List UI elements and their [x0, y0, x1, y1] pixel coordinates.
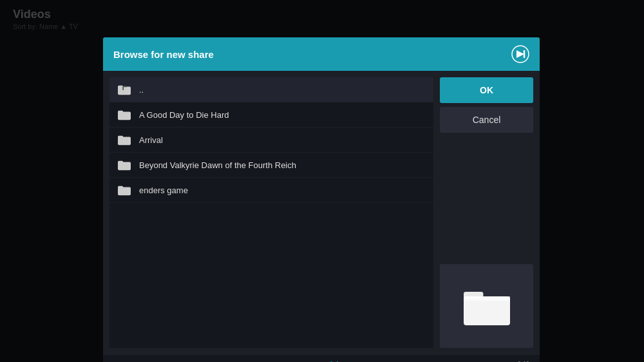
list-item-3[interactable]: Beyond Valkyrie Dawn of the Fourth Reich: [109, 153, 433, 178]
folder-icon-1: [117, 109, 131, 120]
folder-icon-2: [117, 134, 131, 146]
svg-rect-10: [118, 136, 123, 139]
dialog-body: .. A Good Day to Die Hard: [103, 71, 540, 354]
dialog-title: Browse for new share: [113, 49, 214, 60]
list-item-4-label: enders game: [139, 186, 188, 195]
list-item-1[interactable]: A Good Day to Die Hard: [109, 102, 433, 128]
up-folder-icon: [117, 84, 131, 95]
list-item-4[interactable]: enders game: [109, 178, 433, 203]
list-item-1-label: A Good Day to Die Hard: [139, 110, 229, 120]
ok-button[interactable]: OK: [440, 77, 533, 103]
svg-rect-17: [464, 296, 510, 300]
svg-marker-1: [516, 50, 524, 58]
svg-rect-8: [118, 111, 123, 114]
list-item-3-label: Beyond Valkyrie Dawn of the Fourth Reich: [139, 160, 296, 170]
list-item-2[interactable]: Arrival: [109, 128, 433, 153]
svg-rect-16: [464, 296, 510, 325]
folder-icon-4: [117, 184, 131, 196]
folder-icon-3: [117, 159, 131, 171]
right-panel: OK Cancel: [440, 77, 533, 348]
svg-rect-4: [118, 86, 123, 89]
list-item-up-label: ..: [139, 85, 144, 95]
svg-rect-14: [118, 186, 123, 189]
kodi-logo: [511, 45, 529, 63]
list-item-2-label: Arrival: [139, 135, 163, 145]
cancel-button[interactable]: Cancel: [440, 107, 533, 133]
svg-rect-6: [122, 86, 124, 90]
dialog-header: Browse for new share: [103, 37, 540, 71]
list-item-up[interactable]: ..: [109, 77, 433, 102]
dialog-footer: D:\kodi movies folder 4 items - 1/1: [103, 354, 540, 362]
file-list: .. A Good Day to Die Hard: [109, 77, 433, 348]
svg-rect-12: [118, 161, 123, 164]
folder-preview: [440, 264, 533, 348]
browse-dialog: Browse for new share: [103, 37, 540, 362]
